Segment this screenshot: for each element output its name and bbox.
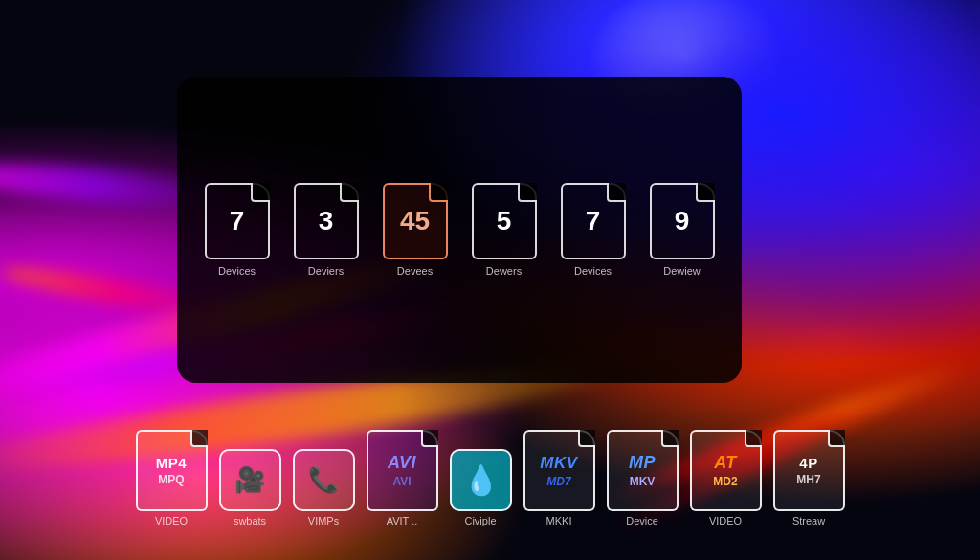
format-card-mkv: MKV MD7 [523,430,595,511]
file-icon-5[interactable]: 7 Devices [561,183,626,277]
file-icons-row: 7 Devices 3 Deviers 45 Devees 5 Dewers 7 [205,183,715,277]
main-panel: 7 Devices 3 Deviers 45 Devees 5 Dewers 7 [177,77,742,383]
format-line2-at: MD2 [713,475,737,488]
format-card-at: AT MD2 [690,430,762,511]
format-label-mp: Device [626,515,658,526]
format-line1-4p: 4P [799,455,817,471]
file-doc-1: 7 [205,183,270,259]
format-label-mp4: VIDEO [155,515,188,526]
format-card-mp: MP MKV [607,430,679,511]
file-icon-2[interactable]: 3 Deviers [294,183,359,277]
format-line2-mkv: MD7 [546,475,570,488]
format-label-at: VIDEO [709,515,742,526]
format-item-avi[interactable]: AVI AVI AVIT .. [367,430,438,526]
format-item-mkv[interactable]: MKV MD7 MKKI [523,430,595,526]
file-label-6: Dewiew [663,265,701,277]
file-icon-3[interactable]: 45 Devees [383,183,448,277]
format-label-4p: Streaw [792,515,825,526]
format-label-phone: VIMPs [308,515,339,526]
format-card-avi: AVI AVI [367,430,438,511]
format-line2-mp: MKV [630,475,656,488]
format-line1-avi: AVI [388,453,416,473]
file-label-1: Devices [218,265,256,277]
droplet-button[interactable]: 💧 [450,449,512,511]
format-item-at[interactable]: AT MD2 VIDEO [690,430,762,526]
file-icon-4[interactable]: 5 Dewers [472,183,537,277]
file-icon-1[interactable]: 7 Devices [205,183,270,277]
file-doc-2: 3 [294,183,359,259]
format-line1-mkv: MKV [540,454,577,473]
format-line1-mp4: MP4 [156,455,187,471]
file-number-1: 7 [230,206,245,236]
format-label-camera: swbats [234,515,266,526]
format-item-civiple[interactable]: 💧 Civiple [450,449,512,526]
camera-icon: 🎥 [234,465,265,495]
file-number-4: 5 [497,206,512,236]
format-line1-at: AT [714,453,737,473]
file-doc-5: 7 [561,183,626,259]
format-label-civiple: Civiple [464,515,496,526]
file-doc-3: 45 [383,183,448,259]
format-line2-avi: AVI [392,475,411,488]
file-doc-6: 9 [650,183,715,259]
format-line2-mp4: MPQ [158,473,184,486]
format-item-mp[interactable]: MP MKV Device [607,430,679,526]
droplet-icon: 💧 [463,463,499,497]
format-label-avi: AVIT .. [387,515,418,526]
file-number-6: 9 [675,206,690,236]
format-label-mkv: MKKI [546,515,572,526]
file-label-2: Deviers [308,265,344,277]
format-card-mp4: MP4 MPQ [136,430,208,511]
file-label-3: Devees [397,265,433,277]
file-icon-6[interactable]: 9 Dewiew [650,183,715,277]
camera-button[interactable]: 🎥 [219,449,281,511]
file-number-2: 3 [319,206,334,236]
format-card-4p: 4P MH7 [773,430,845,511]
file-label-4: Dewers [486,265,522,277]
file-label-5: Devices [574,265,612,277]
format-item-camera[interactable]: 🎥 swbats [219,449,281,526]
format-line1-mp: MP [629,453,656,473]
format-line2-4p: MH7 [796,473,820,486]
phone-icon: 📞 [308,465,339,495]
format-item-phone[interactable]: 📞 VIMPs [293,449,355,526]
file-number-5: 7 [586,206,601,236]
bottom-row: MP4 MPQ VIDEO 🎥 swbats 📞 VIMPs AVI AVI A… [0,430,980,526]
file-doc-4: 5 [472,183,537,259]
format-item-mp4[interactable]: MP4 MPQ VIDEO [136,430,208,526]
file-number-3: 45 [400,206,430,236]
phone-button[interactable]: 📞 [293,449,355,511]
format-item-4p[interactable]: 4P MH7 Streaw [773,430,845,526]
